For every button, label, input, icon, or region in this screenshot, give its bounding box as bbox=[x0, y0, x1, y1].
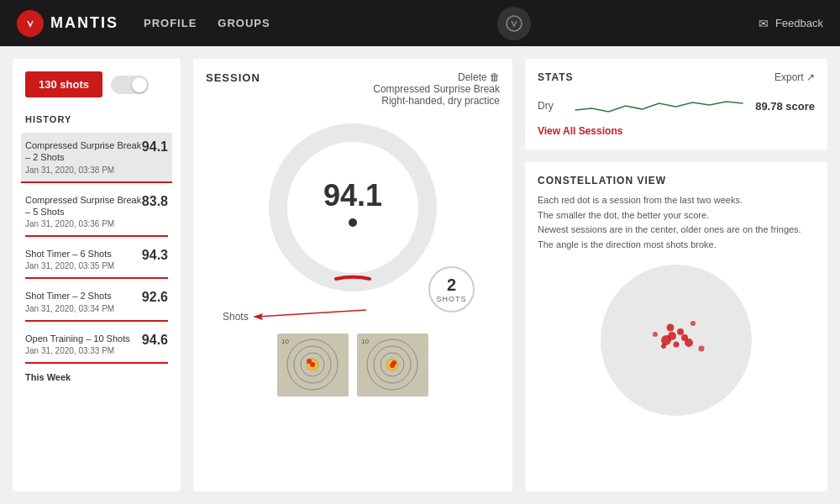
header-center-icon[interactable] bbox=[497, 7, 531, 40]
shots-button[interactable]: 130 shots bbox=[25, 71, 102, 97]
center-panel: SESSION Delete 🗑 Compressed Surprise Bre… bbox=[193, 59, 512, 491]
history-item-info-0: Compressed Surprise Break – 2 Shots Jan … bbox=[25, 139, 142, 175]
constellation-view bbox=[538, 260, 815, 416]
history-item-score-4: 94.6 bbox=[142, 333, 168, 348]
feedback-label: Feedback bbox=[775, 17, 823, 29]
svg-point-29 bbox=[685, 339, 693, 347]
logo-icon bbox=[17, 10, 44, 37]
svg-point-26 bbox=[674, 342, 680, 348]
svg-point-32 bbox=[699, 346, 705, 352]
history-item-1[interactable]: Compressed Surprise Break – 5 Shots Jan … bbox=[25, 187, 168, 238]
history-item-info-3: Shot Timer – 2 Shots Jan 31, 2020, 03:34… bbox=[25, 290, 142, 312]
delete-button[interactable]: Delete 🗑 bbox=[373, 71, 500, 83]
history-item-score-3: 92.6 bbox=[142, 290, 168, 305]
history-item-2[interactable]: Shot Timer – 6 Shots Jan 31, 2020, 03:35… bbox=[25, 241, 168, 279]
history-item-date-1: Jan 31, 2020, 03:36 PM bbox=[25, 219, 142, 228]
constellation-title: CONSTELLATION VIEW bbox=[538, 175, 815, 186]
stats-title: STATS bbox=[538, 71, 574, 83]
export-button[interactable]: Export ↗ bbox=[774, 71, 815, 83]
header-left: MANTIS PROFILE GROUPS bbox=[17, 10, 270, 37]
history-item-date-2: Jan 31, 2020, 03:35 PM bbox=[25, 261, 142, 270]
shots-row: 130 shots bbox=[25, 71, 168, 97]
svg-point-25 bbox=[661, 335, 671, 345]
history-item-score-2: 94.3 bbox=[142, 248, 168, 263]
shots-count-box: 2 SHOTS bbox=[428, 266, 475, 312]
history-item-name-4: Open Training – 10 Shots bbox=[25, 333, 142, 344]
session-header: SESSION Delete 🗑 Compressed Surprise Bre… bbox=[206, 71, 500, 107]
thumbnail-1[interactable]: 10 bbox=[277, 333, 349, 396]
history-item-info-1: Compressed Surprise Break – 5 Shots Jan … bbox=[25, 194, 142, 229]
main-nav: PROFILE GROUPS bbox=[144, 17, 270, 29]
logo-text: MANTIS bbox=[50, 14, 118, 32]
delete-label: Delete bbox=[458, 71, 487, 83]
stats-panel: STATS Export ↗ Dry 89.78 score View All … bbox=[525, 59, 827, 150]
nav-groups[interactable]: GROUPS bbox=[218, 17, 270, 29]
constellation-svg bbox=[592, 260, 760, 416]
this-week-label: This Week bbox=[25, 372, 168, 382]
svg-point-28 bbox=[667, 324, 675, 332]
svg-text:94.1: 94.1 bbox=[323, 178, 382, 213]
svg-point-3 bbox=[349, 218, 357, 227]
dry-chart bbox=[571, 93, 747, 118]
main-content: 130 shots HISTORY Compressed Surprise Br… bbox=[0, 46, 840, 504]
history-item-date-3: Jan 31, 2020, 03:34 PM bbox=[25, 304, 142, 313]
svg-point-22 bbox=[601, 265, 752, 416]
svg-line-4 bbox=[257, 310, 366, 317]
svg-text:10: 10 bbox=[281, 338, 289, 345]
logo[interactable]: MANTIS bbox=[17, 10, 118, 37]
thumbnail-2[interactable]: 10 bbox=[357, 333, 428, 396]
svg-point-20 bbox=[390, 363, 395, 368]
svg-point-30 bbox=[661, 344, 666, 349]
constellation-panel: CONSTELLATION VIEW Each red dot is a ses… bbox=[525, 162, 827, 491]
history-item-name-3: Shot Timer – 2 Shots bbox=[25, 290, 142, 302]
right-panel: STATS Export ↗ Dry 89.78 score View All … bbox=[525, 59, 827, 491]
left-panel: 130 shots HISTORY Compressed Surprise Br… bbox=[13, 59, 181, 491]
export-icon: ↗ bbox=[806, 71, 815, 83]
feedback-button[interactable]: ✉ Feedback bbox=[759, 17, 823, 30]
gauge-svg: 94.1 bbox=[260, 115, 445, 300]
nav-profile[interactable]: PROFILE bbox=[144, 17, 197, 29]
history-item-score-1: 83.8 bbox=[142, 194, 168, 209]
session-title: SESSION bbox=[206, 71, 260, 84]
constellation-desc-4: The angle is the direction most shots br… bbox=[538, 239, 717, 249]
shots-unit: SHOTS bbox=[436, 295, 466, 303]
mail-icon: ✉ bbox=[759, 17, 769, 30]
history-item-info-4: Open Training – 10 Shots Jan 31, 2020, 0… bbox=[25, 333, 142, 355]
view-all-sessions[interactable]: View All Sessions bbox=[538, 125, 815, 137]
session-type: Right-handed, dry practice bbox=[373, 95, 500, 107]
stats-dry-row: Dry 89.78 score bbox=[538, 93, 815, 118]
history-item-name-1: Compressed Surprise Break – 5 Shots bbox=[25, 194, 142, 218]
history-item-date-4: Jan 31, 2020, 03:33 PM bbox=[25, 346, 142, 355]
svg-point-24 bbox=[677, 328, 684, 335]
constellation-desc-1: Each red dot is a session from the last … bbox=[538, 195, 743, 205]
history-item-date-0: Jan 31, 2020, 03:38 PM bbox=[25, 165, 142, 175]
thumbnails: 10 10 bbox=[206, 333, 500, 396]
history-item-name-2: Shot Timer – 6 Shots bbox=[25, 248, 142, 260]
constellation-desc-3: Newest sessions are in the center, older… bbox=[538, 224, 801, 234]
history-item-score-0: 94.1 bbox=[142, 139, 168, 155]
shots-count: 2 bbox=[447, 276, 456, 295]
export-label: Export bbox=[774, 71, 804, 83]
header: MANTIS PROFILE GROUPS ✉ Feedback bbox=[0, 0, 840, 46]
history-item-3[interactable]: Shot Timer – 2 Shots Jan 31, 2020, 03:34… bbox=[25, 283, 168, 321]
constellation-desc: Each red dot is a session from the last … bbox=[538, 193, 815, 252]
constellation-desc-2: The smaller the dot, the better your sco… bbox=[538, 210, 709, 220]
history-item-name-0: Compressed Surprise Break – 2 Shots bbox=[25, 139, 142, 164]
history-item-0[interactable]: Compressed Surprise Break – 2 Shots Jan … bbox=[21, 133, 172, 183]
target-svg-1: 10 bbox=[277, 333, 349, 396]
shots-text: Shots bbox=[223, 311, 249, 323]
target-svg-2: 10 bbox=[357, 333, 428, 396]
session-meta: Delete 🗑 Compressed Surprise Break Right… bbox=[373, 71, 500, 107]
svg-point-12 bbox=[307, 359, 312, 364]
shots-toggle[interactable] bbox=[111, 76, 149, 94]
history-item-4[interactable]: Open Training – 10 Shots Jan 31, 2020, 0… bbox=[25, 326, 168, 364]
session-name: Compressed Surprise Break bbox=[373, 83, 500, 95]
shots-line-svg bbox=[253, 308, 370, 325]
history-item-info-2: Shot Timer – 6 Shots Jan 31, 2020, 03:35… bbox=[25, 248, 142, 270]
shots-area: Shots 2 SHOTS bbox=[223, 308, 483, 325]
history-title: HISTORY bbox=[25, 114, 168, 124]
dry-score: 89.78 score bbox=[755, 100, 815, 113]
svg-point-33 bbox=[653, 332, 658, 337]
svg-point-31 bbox=[690, 321, 696, 326]
trash-icon: 🗑 bbox=[490, 71, 500, 83]
